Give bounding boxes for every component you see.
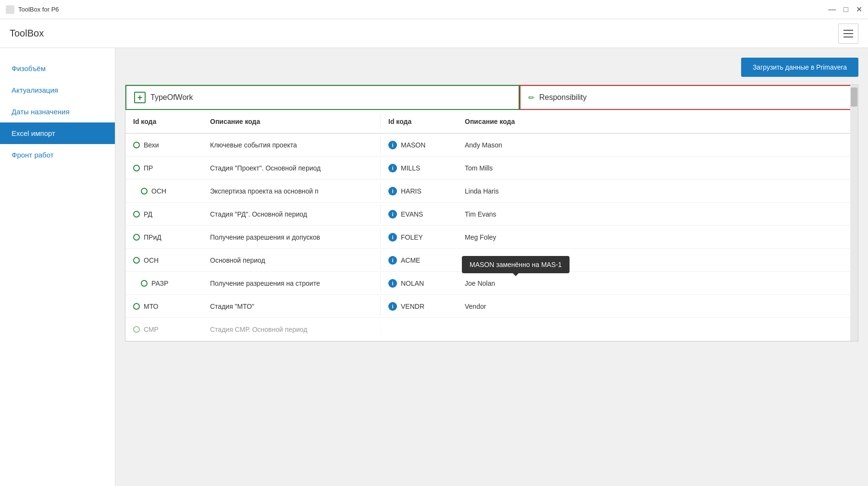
type-of-work-header: + TypeOfWork [125, 85, 520, 110]
cell-resp-id: i EVANS [380, 205, 457, 223]
close-button[interactable]: ✕ [856, 5, 862, 14]
tooltip: MASON заменённо на MAS-1 [462, 256, 570, 273]
section-headers: + TypeOfWork ✏ Responsibility [125, 85, 858, 110]
cell-tow-desc: Получение разрешения и допусков [202, 229, 380, 246]
upload-button[interactable]: Загрузить данные в Primavera [741, 58, 858, 77]
col-header-resp-desc: Описание кода [457, 114, 858, 129]
table-row: Вехи Ключевые события проекта i MASON An… [125, 134, 858, 157]
menu-line3 [843, 36, 853, 37]
cell-tow-desc: Стадия "МТО" [202, 298, 380, 315]
scrollbar[interactable] [850, 85, 858, 341]
radio-icon[interactable] [133, 326, 140, 333]
cell-tow-desc: Стадия СМР. Основной период [202, 321, 380, 338]
table-row: ПРиД Получение разрешения и допусков i F… [125, 226, 858, 249]
sidebar-item-excel[interactable]: Excel импорт [0, 122, 115, 144]
cell-resp-id: i VENDR [380, 297, 457, 316]
cell-tow-desc: Ключевые события проекта [202, 136, 380, 154]
cell-tow-desc: Стадия "Проект". Основной период [202, 159, 380, 177]
info-icon[interactable]: i [388, 233, 397, 242]
cell-tow-desc: Экспертиза проекта на основной п [202, 182, 380, 200]
add-type-icon[interactable]: + [134, 92, 146, 103]
cell-resp-id [380, 325, 457, 334]
cell-tow-id: ОСН [125, 182, 202, 200]
cell-tow-id: СМР [125, 321, 202, 338]
minimize-button[interactable]: — [828, 5, 836, 14]
radio-icon[interactable] [133, 303, 140, 310]
data-table: + TypeOfWork ✏ Responsibility Id кода Оп… [125, 85, 858, 341]
sidebar-item-aktualizaciya[interactable]: Актуализация [0, 79, 115, 101]
cell-tow-id: РД [125, 206, 202, 223]
cell-resp-id: i MASON [380, 136, 457, 154]
info-icon[interactable]: i [388, 210, 397, 219]
titlebar-controls: — □ ✕ [828, 5, 862, 14]
menu-line1 [843, 30, 853, 31]
table-row: ПР Стадия "Проект". Основной период i MI… [125, 157, 858, 180]
table-row: МТО Стадия "МТО" i VENDR Vendor [125, 295, 858, 318]
cell-resp-desc [457, 325, 858, 334]
responsibility-header: ✏ Responsibility [520, 85, 858, 110]
sidebar-item-fizobem[interactable]: Физобъём [0, 58, 115, 79]
radio-icon[interactable] [141, 188, 148, 194]
radio-icon[interactable] [133, 165, 140, 171]
header: ToolBox [0, 19, 868, 48]
cell-tow-id: ПР [125, 159, 202, 177]
radio-icon[interactable] [141, 280, 148, 287]
cell-tow-id: ОСН [125, 252, 202, 269]
cell-tow-id: МТО [125, 298, 202, 315]
info-icon[interactable]: i [388, 187, 397, 195]
sidebar: Физобъём Актуализация Даты назначения Ex… [0, 48, 115, 486]
cell-tow-id: ПРиД [125, 229, 202, 246]
titlebar: ToolBox for P6 — □ ✕ [0, 0, 868, 19]
menu-line2 [843, 33, 853, 34]
menu-button[interactable] [838, 24, 858, 44]
cell-tow-desc: Получение разрешения на строите [202, 275, 380, 292]
edit-icon: ✏ [528, 93, 534, 102]
type-of-work-title: TypeOfWork [150, 93, 193, 102]
cell-resp-id: i FOLEY [380, 228, 457, 246]
cell-resp-desc: Linda Haris [457, 182, 858, 200]
table-row: РАЗР Получение разрешения на строите i N… [125, 272, 858, 295]
header-title: ToolBox [10, 28, 838, 39]
cell-resp-desc: Tim Evans [457, 206, 858, 223]
radio-icon[interactable] [133, 142, 140, 148]
cell-tow-desc: Стадия "РД". Основной период [202, 206, 380, 223]
cell-resp-id: i HARIS [380, 182, 457, 200]
titlebar-left: ToolBox for P6 [6, 5, 59, 14]
radio-icon[interactable] [133, 211, 140, 218]
cell-resp-desc: Tom Mills [457, 159, 858, 177]
sidebar-item-front[interactable]: Фронт работ [0, 144, 115, 166]
layout: Физобъём Актуализация Даты назначения Ex… [0, 48, 868, 486]
info-icon[interactable]: i [388, 279, 397, 288]
info-icon[interactable]: i [388, 141, 397, 149]
sidebar-item-dates[interactable]: Даты назначения [0, 101, 115, 122]
table-row: ОСН Экспертиза проекта на основной п i H… [125, 180, 858, 203]
column-headers: Id кода Описание кода Id кода Описание к… [125, 110, 858, 134]
table-body: Вехи Ключевые события проекта i MASON An… [125, 134, 858, 341]
col-header-tow-desc: Описание кода [202, 114, 380, 129]
radio-icon[interactable] [133, 234, 140, 241]
col-header-tow-id: Id кода [125, 114, 202, 129]
info-icon[interactable]: i [388, 302, 397, 311]
info-icon[interactable]: i [388, 164, 397, 172]
maximize-button[interactable]: □ [843, 5, 848, 14]
main-content: Загрузить данные в Primavera + TypeOfWor… [115, 48, 868, 486]
info-icon[interactable]: i [388, 256, 397, 265]
cell-resp-desc: Andy Mason [457, 136, 858, 154]
radio-icon[interactable] [133, 257, 140, 264]
table-row: РД Стадия "РД". Основной период i EVANS … [125, 203, 858, 226]
cell-tow-id: Вехи [125, 136, 202, 154]
app-icon [6, 5, 14, 14]
table-row: СМР Стадия СМР. Основной период [125, 318, 858, 341]
scrollbar-thumb[interactable] [851, 87, 857, 107]
cell-tow-desc: Основной период [202, 252, 380, 269]
app-title: ToolBox for P6 [18, 6, 59, 13]
cell-resp-id: i MILLS [380, 159, 457, 177]
cell-tow-id: РАЗР [125, 275, 202, 292]
cell-resp-desc: Vendor [457, 298, 858, 315]
cell-resp-id: i ACME [380, 251, 457, 269]
cell-resp-id: i NOLAN [380, 274, 457, 292]
responsibility-title: Responsibility [539, 93, 587, 102]
cell-resp-desc: Meg Foley [457, 229, 858, 246]
col-header-resp-id: Id кода [380, 114, 457, 129]
